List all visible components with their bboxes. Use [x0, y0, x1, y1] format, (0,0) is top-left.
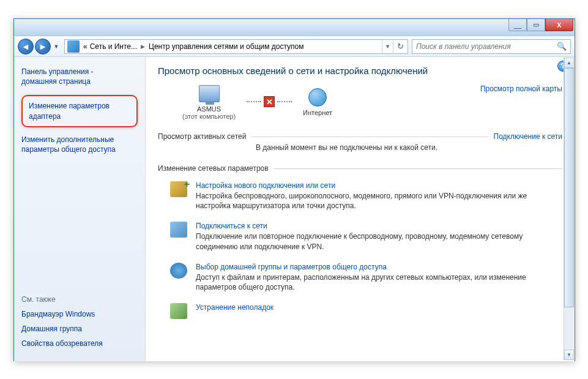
- network-map-row: ASMUS (этот компьютер) ✕ Интернет Просмо…: [158, 83, 562, 120]
- task-homegroup-desc: Доступ к файлам и принтерам, расположенн…: [196, 272, 562, 292]
- seealso-homegroup[interactable]: Домашняя группа: [21, 325, 138, 333]
- nav-history-dropdown[interactable]: ▼: [52, 41, 61, 52]
- computer-icon: [199, 85, 220, 102]
- task-connect: Подключиться к сети Подключение или повт…: [158, 217, 562, 257]
- body-area: Панель управления - домашняя страница Из…: [14, 57, 575, 361]
- content-pane: ? Просмотр основных сведений о сети и на…: [146, 57, 575, 361]
- network-map: ASMUS (этот компьютер) ✕ Интернет: [158, 83, 332, 120]
- breadcrumb-network[interactable]: Сеть и Инте...: [89, 42, 138, 51]
- sidebar-link-adapter-settings[interactable]: Изменение параметров адаптера: [21, 95, 138, 127]
- connect-to-network-link[interactable]: Подключение к сети: [494, 132, 562, 141]
- node-this-pc[interactable]: ASMUS (этот компьютер): [182, 83, 236, 120]
- search-box[interactable]: 🔍: [412, 39, 571, 54]
- navigation-bar: ◄ ► ▼ « Сеть и Инте... ▶ Центр управлени…: [14, 36, 575, 57]
- search-icon[interactable]: 🔍: [557, 42, 567, 51]
- address-bar[interactable]: « Сеть и Инте... ▶ Центр управления сетя…: [64, 39, 408, 54]
- task-troubleshoot: Устранение неполадок: [158, 298, 562, 325]
- node-pc-label: ASMUS: [182, 105, 236, 113]
- page-title: Просмотр основных сведений о сети и наст…: [158, 66, 562, 76]
- view-full-map-link[interactable]: Просмотр полной карты: [480, 83, 562, 93]
- scroll-track[interactable]: [564, 68, 574, 350]
- vertical-scrollbar[interactable]: ▲ ▼: [564, 58, 574, 360]
- breadcrumb-sep-icon: ▶: [138, 43, 147, 50]
- node-internet[interactable]: Интернет: [303, 87, 332, 116]
- node-internet-label: Интернет: [303, 109, 332, 116]
- task-homegroup: Выбор домашней группы и параметров общег…: [158, 258, 562, 298]
- control-panel-icon: [67, 40, 80, 53]
- window-controls: __ ▭ X: [508, 19, 573, 31]
- task-new-connection-desc: Настройка беспроводного, широкополосного…: [196, 191, 562, 211]
- sidebar-home-line1: Панель управления -: [21, 67, 94, 76]
- disconnected-icon: ✕: [264, 96, 275, 107]
- troubleshoot-icon: [170, 303, 187, 319]
- sidebar: Панель управления - домашняя страница Из…: [14, 57, 146, 361]
- sidebar-home-line2: домашняя страница: [21, 77, 91, 86]
- seealso-heading: См. также: [21, 295, 138, 304]
- connection-indicator: ✕: [247, 96, 292, 107]
- address-dropdown-icon[interactable]: ▼: [382, 40, 393, 53]
- network-settings-section: Изменение сетевых параметров: [158, 164, 562, 173]
- forward-button[interactable]: ►: [35, 39, 51, 54]
- active-networks-section: Просмотр активных сетей Подключение к се…: [158, 132, 562, 141]
- task-new-connection: Настройка нового подключения или сети На…: [158, 176, 562, 217]
- search-input[interactable]: [416, 42, 557, 51]
- scroll-down-button[interactable]: ▼: [564, 350, 574, 360]
- setup-connection-icon: [170, 181, 187, 197]
- window-frame: __ ▭ X ◄ ► ▼ « Сеть и Инте... ▶ Центр уп…: [13, 18, 575, 361]
- breadcrumb-current[interactable]: Центр управления сетями и общим доступом: [147, 42, 305, 51]
- network-settings-label: Изменение сетевых параметров: [158, 164, 269, 173]
- seealso-internet-options[interactable]: Свойства обозревателя: [21, 339, 138, 348]
- globe-icon: [308, 88, 327, 107]
- minimize-button[interactable]: __: [508, 19, 527, 31]
- active-networks-label: Просмотр активных сетей: [158, 132, 246, 141]
- task-list: Настройка нового подключения или сети На…: [158, 176, 562, 325]
- task-connect-link[interactable]: Подключиться к сети: [196, 222, 562, 230]
- breadcrumb-prefix: «: [82, 42, 89, 51]
- task-connect-desc: Подключение или повторное подключение к …: [196, 231, 562, 251]
- task-new-connection-link[interactable]: Настройка нового подключения или сети: [196, 181, 562, 190]
- node-pc-sublabel: (этот компьютер): [182, 113, 236, 120]
- task-troubleshoot-link[interactable]: Устранение неполадок: [196, 303, 562, 312]
- maximize-button[interactable]: ▭: [527, 19, 545, 31]
- active-networks-status: В данный момент вы не подключены ни к ка…: [158, 141, 562, 152]
- scroll-up-button[interactable]: ▲: [564, 58, 574, 68]
- connect-network-icon: [170, 222, 187, 238]
- refresh-button[interactable]: ↻: [393, 40, 408, 53]
- task-homegroup-link[interactable]: Выбор домашней группы и параметров общег…: [196, 263, 562, 271]
- back-button[interactable]: ◄: [18, 39, 34, 54]
- homegroup-icon: [170, 263, 187, 279]
- sidebar-home-link[interactable]: Панель управления - домашняя страница: [21, 67, 138, 86]
- scroll-thumb[interactable]: [564, 68, 574, 307]
- sidebar-link-sharing-settings[interactable]: Изменить дополнительные параметры общего…: [21, 135, 138, 154]
- seealso-firewall[interactable]: Брандмауэр Windows: [21, 310, 138, 318]
- titlebar: __ ▭ X: [14, 19, 575, 36]
- close-button[interactable]: X: [545, 19, 573, 31]
